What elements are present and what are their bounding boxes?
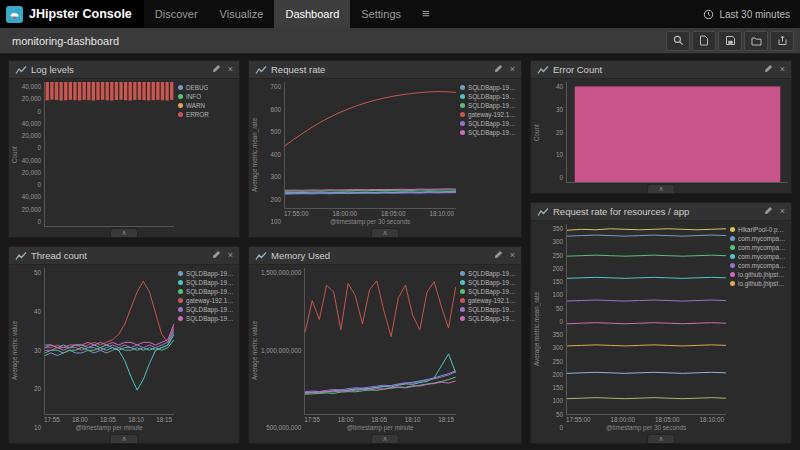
close-icon[interactable]: × <box>780 207 785 216</box>
save-dashboard-button[interactable] <box>718 31 742 51</box>
legend-label: ERROR <box>186 110 209 119</box>
legend-item[interactable]: SQLDBapp-192.168.4... <box>178 305 235 314</box>
legend-label: INFO <box>186 92 201 101</box>
y-tick: 20,000 <box>22 132 41 139</box>
load-dashboard-button[interactable] <box>744 31 768 51</box>
nav-item-discover[interactable]: Discover <box>144 0 209 28</box>
legend-swatch <box>178 298 183 303</box>
search-button[interactable] <box>666 31 690 51</box>
y-tick: 350 <box>552 331 563 338</box>
legend-item[interactable]: SQLDBapp-192.168.4... <box>460 305 517 314</box>
collapse-chevron-icon[interactable]: ∧ <box>371 434 398 443</box>
close-icon[interactable]: × <box>228 251 233 260</box>
legend-item[interactable]: DEBUG <box>178 83 235 92</box>
y-tick: 30 <box>34 347 41 354</box>
x-tick: 18:00 <box>72 416 88 424</box>
share-dashboard-button[interactable] <box>770 31 794 51</box>
new-dashboard-button[interactable] <box>692 31 716 51</box>
legend-label: com.mycompany.myap... <box>738 234 787 243</box>
legend-item[interactable]: io.github.jhipster.we... <box>730 270 787 279</box>
close-icon[interactable]: × <box>510 251 515 260</box>
legend-item[interactable]: gateway-192.168.43... <box>178 296 235 305</box>
y-tick: 40,000 <box>22 83 41 90</box>
y-axis-ticks: 40,00020,000040,00020,000040,00020,00004… <box>20 82 44 227</box>
legend-swatch <box>730 227 735 232</box>
y-tick: 250 <box>552 252 563 259</box>
plot-area <box>44 82 174 227</box>
close-icon[interactable]: × <box>228 65 233 74</box>
legend-label: SQLDBapp-192.168.4... <box>186 287 235 296</box>
legend-item[interactable]: WARN <box>178 101 235 110</box>
collapse-chevron-icon[interactable]: ∧ <box>110 228 137 237</box>
x-axis-ticks: 17:5518:0018:0518:1018:15 <box>304 415 456 424</box>
legend-label: HikariPool-0.pool.Wait <box>738 225 787 234</box>
brand[interactable]: JHipster Console <box>0 0 144 28</box>
legend-item[interactable]: INFO <box>178 92 235 101</box>
legend-item[interactable]: SQLDBapp-192.168.4... <box>460 92 517 101</box>
collapse-chevron-icon[interactable]: ∧ <box>647 434 674 443</box>
legend-item[interactable]: SQLDBapp-192.168.4... <box>460 101 517 110</box>
legend-label: WARN <box>186 101 205 110</box>
edit-icon[interactable] <box>764 64 773 75</box>
legend-item[interactable]: ERROR <box>178 110 235 119</box>
top-navbar: JHipster Console Discover Visualize Dash… <box>0 0 800 28</box>
y-axis-label: Average metric.value <box>251 268 260 433</box>
close-icon[interactable]: × <box>510 65 515 74</box>
x-tick: 18:00:00 <box>610 416 635 424</box>
dashboard-grid: Log levels×Count40,00020,000040,00020,00… <box>0 54 800 450</box>
edit-icon[interactable] <box>494 64 503 75</box>
legend-item[interactable]: com.mycompany.myap... <box>730 243 787 252</box>
collapse-chevron-icon[interactable]: ∧ <box>110 434 137 443</box>
dashboard-title[interactable]: monitoring-dashboard <box>6 35 125 47</box>
plot-column: 17:5518:0018:0518:1018:15@timestamp per … <box>44 268 174 433</box>
legend-item[interactable]: gateway-192.168.43... <box>460 296 517 305</box>
legend-swatch <box>178 307 183 312</box>
legend-item[interactable]: com.mycompany.myap... <box>730 234 787 243</box>
panel-title: Memory Used <box>271 250 490 261</box>
plot-column: 17:55:0018:00:0018:05:0018:10:00@timesta… <box>566 224 726 433</box>
panel-header: Thread count× <box>9 247 239 265</box>
edit-icon[interactable] <box>212 250 221 261</box>
nav-item-dashboard[interactable]: Dashboard <box>274 0 350 28</box>
time-filter[interactable]: Last 30 minutes <box>693 0 800 28</box>
panel-footer: ∧ <box>531 433 791 443</box>
search-icon <box>673 35 684 46</box>
legend-item[interactable]: SQLDBapp-192.168.4... <box>460 314 517 323</box>
legend-swatch <box>730 263 735 268</box>
menu-icon[interactable]: ≡ <box>412 0 440 28</box>
legend-item[interactable]: SQLDBapp-192.168.4... <box>178 287 235 296</box>
edit-icon[interactable] <box>764 206 773 217</box>
x-axis-label: @timestamp per minute <box>304 424 456 433</box>
y-tick: 40,000 <box>22 120 41 127</box>
edit-icon[interactable] <box>212 64 221 75</box>
nav-item-settings[interactable]: Settings <box>350 0 412 28</box>
close-icon[interactable]: × <box>780 65 785 74</box>
legend-item[interactable]: SQLDBapp-192.168.4... <box>460 128 517 137</box>
legend-item[interactable]: gateway-192.168.43... <box>460 110 517 119</box>
legend-item[interactable]: com.mycompany.myap... <box>730 261 787 270</box>
plot-area <box>566 224 726 415</box>
collapse-chevron-icon[interactable]: ∧ <box>371 228 398 237</box>
legend-item[interactable]: SQLDBapp-192.168.4... <box>178 269 235 278</box>
legend-item[interactable]: SQLDBapp-192.168.4... <box>460 83 517 92</box>
legend-item[interactable]: SQLDBapp-192.168.4... <box>178 314 235 323</box>
legend-item[interactable]: HikariPool-0.pool.Wait <box>730 225 787 234</box>
edit-icon[interactable] <box>494 250 503 261</box>
panel-body: Average metric.mean_rate7006005004003002… <box>249 79 521 227</box>
legend-item[interactable]: SQLDBapp-192.168.4... <box>460 278 517 287</box>
chart-icon <box>255 251 267 261</box>
save-icon <box>725 35 736 46</box>
nav-item-visualize[interactable]: Visualize <box>209 0 275 28</box>
legend-item[interactable]: SQLDBapp-192.168.4... <box>460 269 517 278</box>
x-tick: 17:55:00 <box>284 210 309 218</box>
legend-item[interactable]: io.github.jhipster.we... <box>730 279 787 288</box>
panel-footer: ∧ <box>531 183 791 193</box>
legend-item[interactable]: SQLDBapp-192.168.4... <box>460 287 517 296</box>
legend-swatch <box>178 103 183 108</box>
legend-item[interactable]: SQLDBapp-192.168.4... <box>178 278 235 287</box>
legend-swatch <box>178 85 183 90</box>
legend-item[interactable]: SQLDBapp-192.168.4... <box>460 119 517 128</box>
collapse-chevron-icon[interactable]: ∧ <box>647 184 674 193</box>
legend-item[interactable]: com.mycompany.myap... <box>730 252 787 261</box>
panel-title: Log levels <box>31 64 208 75</box>
